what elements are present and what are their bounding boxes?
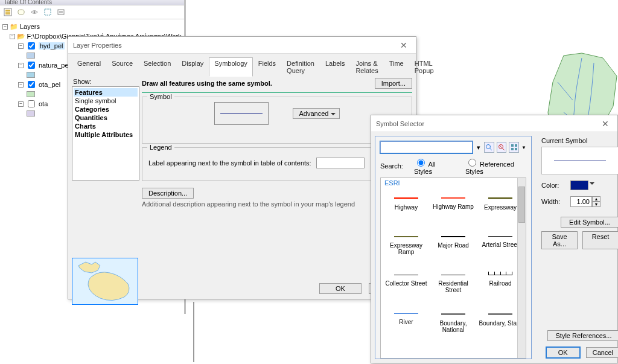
svg-point-2 bbox=[34, 11, 36, 13]
show-item-quantities[interactable]: Quantities bbox=[74, 113, 138, 122]
symbol-line-preview bbox=[394, 236, 418, 237]
layer-visibility-checkbox[interactable] bbox=[28, 42, 35, 49]
gallery-item[interactable]: Residential Street bbox=[430, 266, 476, 304]
dialog-titlebar[interactable]: Layer Properties ✕ bbox=[68, 37, 416, 54]
symbol-gallery[interactable]: ESRI HighwayHighway RampExpresswayExpres… bbox=[380, 177, 526, 359]
gallery-item[interactable]: Major Road bbox=[430, 228, 476, 265]
current-symbol-pane: Current Symbol Color: Width: ▲▼ Edit Sym… bbox=[535, 132, 618, 363]
collapse-icon[interactable]: − bbox=[18, 63, 24, 68]
collapse-icon[interactable]: − bbox=[18, 101, 24, 107]
symbol-name: River bbox=[399, 319, 413, 325]
legend-label-input[interactable] bbox=[316, 158, 365, 168]
show-item-single-symbol[interactable]: Single symbol bbox=[74, 97, 138, 105]
layer-swatch bbox=[27, 110, 35, 117]
dropdown-arrow-icon[interactable]: ▼ bbox=[521, 145, 526, 150]
edit-symbol-button[interactable]: Edit Symbol... bbox=[561, 217, 618, 228]
width-spinner[interactable]: ▲▼ bbox=[570, 196, 600, 207]
gallery-item[interactable]: Collector Street bbox=[383, 266, 429, 304]
close-button[interactable]: ✕ bbox=[397, 39, 411, 51]
pane-separator[interactable] bbox=[193, 302, 194, 362]
show-item-categories[interactable]: Categories bbox=[74, 105, 138, 113]
tab-display[interactable]: Display bbox=[176, 57, 209, 77]
referenced-styles-radio[interactable]: Referenced Styles bbox=[465, 157, 526, 175]
search-input[interactable] bbox=[380, 141, 473, 153]
cancel-button[interactable]: Cancel bbox=[586, 347, 618, 358]
svg-rect-9 bbox=[515, 144, 517, 147]
svg-rect-10 bbox=[511, 148, 514, 150]
save-as-button[interactable]: Save As... bbox=[541, 231, 578, 249]
gallery-item[interactable]: Highway bbox=[383, 189, 429, 226]
color-picker[interactable] bbox=[570, 180, 588, 190]
gallery-item[interactable]: River bbox=[383, 305, 429, 342]
all-styles-radio[interactable]: All Styles bbox=[414, 157, 451, 175]
spin-down-icon[interactable]: ▼ bbox=[592, 202, 600, 207]
ok-button[interactable]: OK bbox=[319, 283, 362, 294]
import-button[interactable]: Import... bbox=[375, 78, 412, 89]
collapse-icon[interactable]: − bbox=[10, 34, 15, 39]
gallery-item[interactable]: Expressway Ramp bbox=[383, 228, 429, 265]
tab-source[interactable]: Source bbox=[106, 57, 138, 77]
legend-label: Label appearing next to the symbol in ta… bbox=[148, 159, 311, 167]
list-by-source-icon[interactable] bbox=[16, 7, 27, 18]
scrollbar-thumb[interactable] bbox=[518, 187, 525, 223]
ok-button[interactable]: OK bbox=[546, 347, 580, 358]
style-references-button[interactable]: Style References... bbox=[547, 330, 618, 341]
layer-visibility-checkbox[interactable] bbox=[28, 100, 35, 107]
clear-search-icon[interactable] bbox=[497, 142, 507, 153]
show-item-multiple-attributes[interactable]: Multiple Attributes bbox=[74, 130, 138, 139]
layer-name: hyd_pel bbox=[39, 42, 65, 49]
dropdown-arrow-icon[interactable]: ▾ bbox=[475, 144, 482, 152]
dialog-titlebar[interactable]: Symbol Selector ✕ bbox=[371, 115, 617, 132]
symbol-preview[interactable] bbox=[214, 102, 269, 125]
tab-selection[interactable]: Selection bbox=[138, 57, 176, 77]
svg-rect-4 bbox=[58, 10, 64, 14]
collapse-icon[interactable]: − bbox=[2, 24, 8, 30]
gallery-item[interactable]: Arterial Street bbox=[477, 228, 523, 265]
symbol-name: Highway Ramp bbox=[433, 203, 474, 210]
search-go-icon[interactable] bbox=[484, 142, 494, 153]
tab-html-popup[interactable]: HTML Popup bbox=[409, 57, 439, 77]
show-column: Show: Features Single symbol Categories … bbox=[72, 77, 139, 272]
tab-symbology[interactable]: Symbology bbox=[209, 57, 252, 77]
layer-name: ota_pel bbox=[39, 81, 60, 88]
reset-button[interactable]: Reset bbox=[582, 231, 618, 249]
layers-icon: 📁 bbox=[10, 23, 18, 31]
collapse-icon[interactable]: − bbox=[18, 43, 24, 49]
tree-root[interactable]: − 📁 Layers bbox=[2, 22, 182, 31]
layer-visibility-checkbox[interactable] bbox=[28, 62, 35, 69]
symbol-name: Residential Street bbox=[430, 280, 476, 293]
collapse-icon[interactable]: − bbox=[18, 82, 24, 88]
gallery-item[interactable]: Highway Ramp bbox=[430, 189, 476, 226]
show-item-features[interactable]: Features bbox=[74, 88, 138, 97]
symbol-line-preview bbox=[488, 197, 512, 199]
symbol-name: Boundary, National bbox=[430, 320, 476, 333]
tab-definition-query[interactable]: Definition Query bbox=[281, 57, 320, 77]
options-icon[interactable] bbox=[56, 7, 66, 18]
advanced-button[interactable]: Advanced bbox=[293, 108, 340, 119]
view-options-icon[interactable] bbox=[509, 142, 519, 153]
layer-visibility-checkbox[interactable] bbox=[28, 81, 35, 88]
gallery-group-header: ESRI bbox=[381, 178, 526, 188]
tab-fields[interactable]: Fields bbox=[253, 57, 281, 77]
symbol-selector-dialog: Symbol Selector ✕ ▾ ▼ Search: All Styles… bbox=[371, 115, 618, 363]
tab-time[interactable]: Time bbox=[384, 57, 409, 77]
gallery-item[interactable]: Boundary, National bbox=[430, 305, 476, 342]
list-by-visibility-icon[interactable] bbox=[29, 7, 40, 18]
list-by-drawing-order-icon[interactable] bbox=[2, 7, 13, 18]
show-item-charts[interactable]: Charts bbox=[74, 122, 138, 130]
show-list[interactable]: Features Single symbol Categories Quanti… bbox=[72, 86, 139, 180]
layer-properties-dialog: Layer Properties ✕ General Source Select… bbox=[68, 36, 416, 299]
list-by-selection-icon[interactable] bbox=[42, 7, 53, 18]
tab-labels[interactable]: Labels bbox=[320, 57, 350, 77]
tab-joins-relates[interactable]: Joins & Relates bbox=[350, 57, 383, 77]
description-button[interactable]: Description... bbox=[142, 188, 194, 199]
spin-up-icon[interactable]: ▲ bbox=[592, 196, 600, 202]
gallery-item[interactable]: Boundary, State bbox=[477, 305, 523, 342]
gallery-item[interactable]: Expressway bbox=[477, 189, 523, 226]
symbol-name: Expressway Ramp bbox=[383, 242, 429, 255]
gallery-scrollbar[interactable] bbox=[517, 178, 526, 358]
tab-general[interactable]: General bbox=[72, 57, 106, 77]
width-input[interactable] bbox=[570, 196, 592, 207]
close-button[interactable]: ✕ bbox=[598, 118, 613, 130]
gallery-item[interactable]: Railroad bbox=[477, 266, 523, 304]
